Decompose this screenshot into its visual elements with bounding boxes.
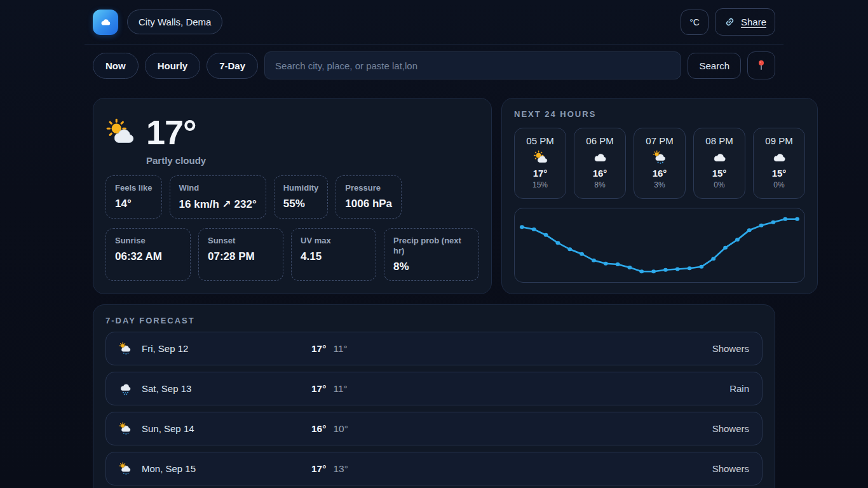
forecast-row[interactable]: Fri, Sep 12 17° 11° Showers <box>105 332 763 365</box>
forecast-low: 11° <box>333 343 347 355</box>
cloud-icon <box>754 150 804 165</box>
next-24-heading: NEXT 24 HOURS <box>514 109 805 119</box>
stat-wind: Wind 16 km/h ↗ 232° <box>170 175 266 219</box>
stat-label: Sunset <box>208 236 274 246</box>
location-chip[interactable]: City Walls, Dema <box>127 10 222 34</box>
forecast-day: Fri, Sep 12 <box>142 343 188 354</box>
forecast-high: 16° <box>311 423 326 435</box>
share-label: Share <box>741 17 766 27</box>
current-conditions-card: 17° Partly cloudy Feels like 14° Wind 16… <box>93 98 492 294</box>
stat-sunrise: Sunrise 06:32 AM <box>105 228 191 281</box>
current-condition: Partly cloudy <box>146 155 479 166</box>
hour-card: 07 PM 16° 3% <box>634 128 686 199</box>
stat-label: Sunrise <box>115 236 181 246</box>
top-bar: City Walls, Dema °C Share <box>85 0 783 44</box>
hour-temp: 16° <box>574 168 625 179</box>
hour-time: 07 PM <box>634 135 685 146</box>
stat-value: 8% <box>393 261 470 273</box>
tab-7day[interactable]: 7-Day <box>207 53 258 79</box>
app-logo <box>93 10 118 35</box>
hour-time: 06 PM <box>574 135 625 146</box>
stat-value: 14° <box>115 198 153 210</box>
forecast-condition: Rain <box>729 383 749 394</box>
stat-value: 4.15 <box>301 250 367 263</box>
next-24-hours-card: NEXT 24 HOURS 05 PM 17° 15% 06 PM <box>501 98 818 294</box>
partly-cloudy-icon <box>515 150 566 165</box>
hour-temp: 15° <box>694 168 745 179</box>
stat-label: Feels like <box>115 183 153 193</box>
forecast-condition: Showers <box>712 343 749 354</box>
hour-card: 08 PM 15° 0% <box>693 128 745 199</box>
stat-value: 06:32 AM <box>115 250 181 263</box>
forecast-condition: Showers <box>712 423 749 434</box>
geolocate-button[interactable] <box>747 51 775 79</box>
unit-toggle-button[interactable]: °C <box>681 10 709 35</box>
nav-row: Now Hourly 7-Day Search <box>85 44 783 79</box>
forecast-low: 10° <box>333 423 348 435</box>
forecast-condition: Showers <box>712 463 749 474</box>
stat-value: 07:28 PM <box>208 250 274 263</box>
search-input[interactable] <box>264 51 681 79</box>
forecast-high: 17° <box>311 463 326 475</box>
partly-cloudy-icon <box>105 118 135 147</box>
hour-precip: 15% <box>515 180 566 189</box>
hourly-temp-chart <box>514 208 805 283</box>
hourly-scroller[interactable]: 05 PM 17° 15% 06 PM 16° 8 <box>514 128 805 199</box>
stat-value: 1006 hPa <box>345 198 392 210</box>
hour-time: 05 PM <box>515 135 566 146</box>
hour-time: 09 PM <box>754 135 804 146</box>
hour-precip: 3% <box>634 180 685 189</box>
hour-precip: 0% <box>694 180 745 189</box>
showers-icon <box>119 462 132 475</box>
stats-row-1: Feels like 14° Wind 16 km/h ↗ 232° Humid… <box>105 175 479 219</box>
rain-icon <box>119 382 132 395</box>
stat-feels-like: Feels like 14° <box>105 175 162 219</box>
forecast-row[interactable]: Mon, Sep 15 17° 13° Showers <box>105 452 763 485</box>
hour-precip: 8% <box>574 180 625 189</box>
forecast-high: 17° <box>311 343 326 355</box>
forecast-high: 17° <box>311 383 326 395</box>
forecast-day: Mon, Sep 15 <box>142 463 196 474</box>
stat-uv-max: UV max 4.15 <box>291 228 376 281</box>
tab-hourly[interactable]: Hourly <box>145 53 201 79</box>
share-button[interactable]: Share <box>715 8 775 36</box>
cloud-icon <box>574 150 625 165</box>
pushpin-icon <box>755 59 768 72</box>
stat-sunset: Sunset 07:28 PM <box>198 228 283 281</box>
stat-precip-prob: Precip prob (next hr) 8% <box>384 228 479 281</box>
hour-temp: 16° <box>634 168 685 179</box>
hour-time: 08 PM <box>694 135 745 146</box>
stat-value: 55% <box>283 198 319 210</box>
hour-temp: 17° <box>515 168 566 179</box>
stat-humidity: Humidity 55% <box>274 175 329 219</box>
stat-value: 16 km/h ↗ 232° <box>179 198 257 211</box>
forecast-day: Sun, Sep 14 <box>142 423 194 434</box>
seven-day-heading: 7-DAY FORECAST <box>105 316 763 325</box>
hour-temp: 15° <box>754 168 804 179</box>
forecast-row[interactable]: Sun, Sep 14 16° 10° Showers <box>105 412 763 445</box>
cloud-icon <box>694 150 745 165</box>
tab-now[interactable]: Now <box>93 53 139 79</box>
showers-icon <box>634 150 685 165</box>
forecast-row[interactable]: Sat, Sep 13 17° 11° Rain <box>105 372 763 405</box>
current-temp: 17° <box>146 114 196 151</box>
hour-card: 06 PM 16° 8% <box>574 128 626 199</box>
stats-row-2: Sunrise 06:32 AM Sunset 07:28 PM UV max … <box>105 228 479 281</box>
stat-label: Pressure <box>345 183 392 193</box>
hour-precip: 0% <box>754 180 804 189</box>
stat-label: UV max <box>301 236 367 246</box>
hour-card: 09 PM 15° 0% <box>753 128 805 199</box>
stat-label: Wind <box>179 183 257 193</box>
search-button[interactable]: Search <box>688 53 741 79</box>
forecast-low: 11° <box>333 383 347 395</box>
stat-label: Humidity <box>283 183 319 193</box>
showers-icon <box>119 342 132 355</box>
forecast-low: 13° <box>333 463 348 475</box>
hour-card: 05 PM 17° 15% <box>514 128 566 199</box>
stat-label: Precip prob (next hr) <box>393 236 470 257</box>
cloud-icon <box>98 15 112 29</box>
forecast-day: Sat, Sep 13 <box>142 383 191 394</box>
showers-icon <box>119 422 132 435</box>
link-icon <box>724 16 736 28</box>
seven-day-card: 7-DAY FORECAST Fri, Sep 12 17° 11° Showe <box>93 304 775 488</box>
